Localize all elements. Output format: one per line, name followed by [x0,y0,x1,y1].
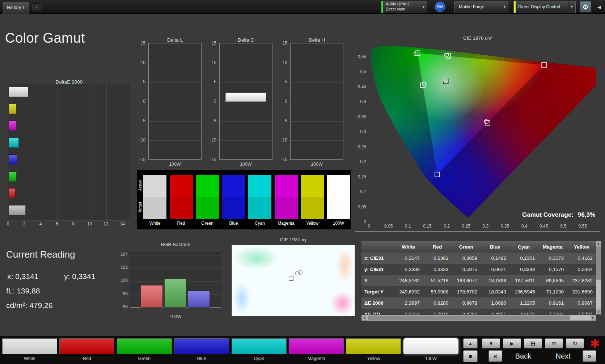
grid-line [291,102,343,102]
table-cell: 0,2301 [509,253,538,264]
x-axis-tick: 0,3 [478,224,494,229]
x-axis-tick: 0,5 [555,224,571,229]
y-axis-tick: 0,2 [348,159,366,164]
grid-line [149,82,201,82]
y-axis-tick: 0,4 [348,99,366,104]
table-row: ΔE 20002,36970,82800,96781,00801,22050,9… [361,297,596,309]
table-cell: 7,7366 [538,309,567,314]
stop-button[interactable]: ■ [482,338,500,348]
target-swatch-magenta [275,197,298,219]
table-cell: 178,5702 [452,286,481,297]
collapse-panel-button[interactable]: ◀ [595,3,604,11]
y-axis-tick: 10 [135,60,145,65]
scroll-right-icon[interactable]: ► [591,315,596,321]
y-axis-tick: -5 [277,118,287,123]
table-cell: 0,3059 [452,253,481,264]
tab-history-1[interactable]: History 1 [2,2,30,14]
add-tab-button[interactable]: + [32,3,41,11]
table-row: y: CIE310,33390,33330,59750,06210,33380,… [361,264,596,275]
source-dropdown[interactable]: Mobile Forge ▼ [454,1,508,13]
table-row-label: x: CIE31 [361,253,394,264]
table-cell: 5,7019 [423,309,452,314]
patch-button-white[interactable]: White [2,338,57,362]
patch-button-100w[interactable]: 100W [403,338,458,362]
app-window: History 1 + X-Rite i1Pro 3 Direct View ▼… [0,0,605,364]
grid-line [41,84,41,220]
bottom-toolbar: ▲ ■ ■ ▶ ∞ ↻ ✱ « Back Next » [0,336,605,364]
scrollbar-thumb[interactable] [368,316,570,320]
table-vertical-scrollbar[interactable]: ▲ ▼ [596,241,601,314]
chevron-down-icon: ▼ [501,1,508,13]
cie-1931-plot [232,245,355,316]
patch-label: 100W [403,356,458,361]
scrollbar-thumb[interactable] [596,246,601,280]
table-row: Y248,516251,5218183,607718,1896197,56116… [361,275,596,286]
patch-button-green[interactable]: Green [117,338,172,362]
table-cell: 231,6690 [567,286,596,297]
meter-count-badge[interactable]: 698 [435,2,445,12]
table-cell: 249,6932 [394,286,423,297]
actual-target-swatch-strip: Actual Target WhiteRedGreenBlueCyanMagen… [137,170,351,229]
table-row-label: ΔE 2000 [361,297,394,309]
patch-label: Red [59,356,114,361]
patch-button-magenta[interactable]: Magenta [289,338,344,362]
patch-swatch [117,338,172,354]
chevron-down-icon: ▼ [420,1,427,13]
table-row-label: Target Y [361,286,394,297]
table-cell: 0,3338 [509,264,538,275]
table-cell: 196,5945 [509,286,538,297]
table-cell: 183,6077 [452,275,481,286]
patch-swatch [59,338,114,354]
patch-button-cyan[interactable]: Cyan [232,338,287,362]
back-button[interactable]: Back [505,352,541,360]
stop-icon: ■ [490,341,492,346]
table-column-header: Yellow [567,241,596,253]
scroll-down-icon[interactable]: ▼ [596,309,601,314]
chart-title: RGB Balance [130,242,221,247]
prev-icon: « [494,352,497,360]
patch-button-yellow[interactable]: Yellow [346,338,401,362]
patch-button-blue[interactable]: Blue [174,338,229,362]
chart-title: CIE 1931 xy [232,237,355,242]
play-icon: ▶ [510,341,514,346]
play-button[interactable]: ▶ [503,338,521,348]
pattern-up-button[interactable]: ▲ [463,338,478,348]
table-cell: 53,0988 [423,286,452,297]
table-cell: 248,5162 [394,275,423,286]
display-control-dropdown[interactable]: Direct Display Control ▼ [513,1,576,13]
save-icon [530,341,536,346]
table-cell: 18,0243 [481,286,509,297]
x-axis-label: 100W [219,162,272,167]
page-title: Color Gamut [5,30,85,46]
back-step-button[interactable]: « [488,350,502,362]
save-button[interactable] [524,338,542,348]
next-step-button[interactable]: » [583,350,596,362]
patch-button-red[interactable]: Red [59,338,114,362]
y-axis-tick: -5 [206,118,216,123]
x-axis-tick: 0,4 [516,224,532,229]
table-cell: 0,5975 [452,264,481,275]
scroll-up-icon[interactable]: ▲ [596,241,601,246]
x-axis-label: 100W [148,162,202,167]
next-button[interactable]: Next [546,352,580,360]
x-axis-tick: 0,55 [575,224,591,229]
x-axis-tick: 4 [36,221,45,227]
table-row: x: CIE310,31470,63610,30590,14820,23010,… [361,253,596,264]
table-horizontal-scrollbar[interactable]: ◄ ► [361,315,596,321]
actual-swatch-white [143,175,166,197]
refresh-button[interactable]: ↻ [566,338,584,348]
loop-button[interactable]: ∞ [545,338,563,348]
x-axis-tick: 10 [85,221,94,227]
gamut-coverage-value: 96,3% [578,211,595,218]
scroll-left-icon[interactable]: ◄ [361,315,367,321]
y-axis-tick: 100 [113,278,128,283]
meter-dropdown[interactable]: X-Rite i1Pro 3 Direct View ▼ [381,1,427,13]
meter-label: X-Rite i1Pro 3 Direct View [386,2,409,12]
y-axis-tick: 0 [277,99,287,104]
reading-x: x: 0,3141 [7,272,38,281]
pattern-window-button[interactable]: ■ [463,350,478,362]
chart-plot [219,43,272,160]
x-axis-tick: 14 [118,221,127,227]
deltae-bar-red [9,188,16,198]
settings-button[interactable]: ⚙ [579,1,592,13]
